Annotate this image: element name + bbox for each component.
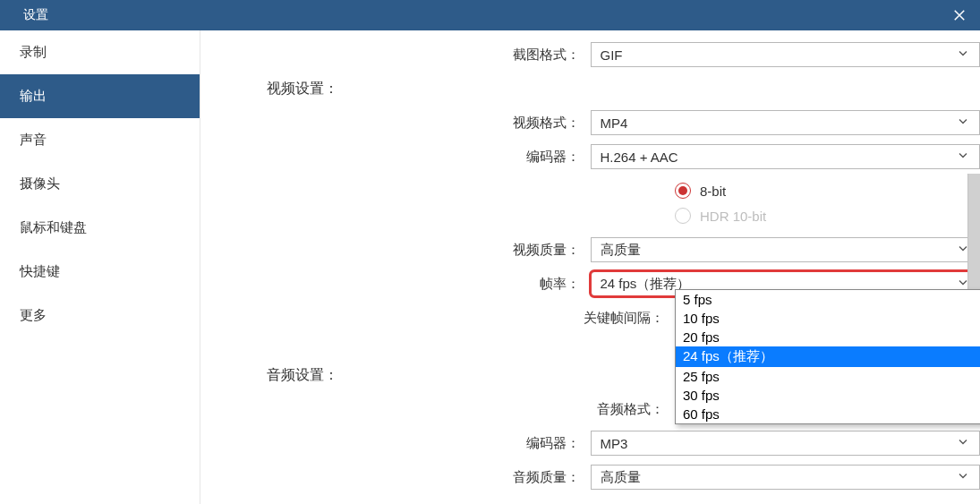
fps-option-30[interactable]: 30 fps — [676, 386, 980, 405]
sidebar-item-record[interactable]: 录制 — [0, 30, 200, 74]
radio-8bit[interactable]: 8-bit — [675, 183, 980, 199]
main-panel: 截图格式： GIF 视频设置： 视频格式： MP4 编码器： H.264 + A… — [200, 30, 980, 504]
video-section-label: 视频设置： — [200, 80, 675, 98]
video-format-select[interactable]: MP4 — [591, 110, 981, 135]
sidebar: 录制 输出 声音 摄像头 鼠标和键盘 快捷键 更多 — [0, 30, 200, 504]
audio-encoder-select[interactable]: MP3 — [591, 431, 981, 456]
fps-option-20[interactable]: 20 fps — [676, 328, 980, 346]
sidebar-item-output[interactable]: 输出 — [0, 74, 200, 118]
fps-dropdown[interactable]: 5 fps 10 fps 20 fps 24 fps（推荐） 25 fps 30… — [675, 289, 980, 424]
chevron-down-icon — [956, 435, 970, 452]
video-encoder-select[interactable]: H.264 + AAC — [591, 144, 981, 169]
fps-option-25[interactable]: 25 fps — [676, 367, 980, 386]
audio-encoder-label: 编码器： — [200, 435, 591, 452]
video-format-label: 视频格式： — [200, 115, 591, 132]
video-encoder-label: 编码器： — [200, 149, 591, 166]
chevron-down-icon — [956, 47, 970, 64]
audio-quality-label: 音频质量： — [200, 469, 591, 486]
video-quality-label: 视频质量： — [200, 242, 591, 259]
fps-option-24[interactable]: 24 fps（推荐） — [676, 346, 980, 367]
chevron-down-icon — [956, 149, 970, 166]
sidebar-item-sound[interactable]: 声音 — [0, 118, 200, 162]
radio-hdr-10bit: HDR 10-bit — [675, 208, 980, 224]
audio-quality-select[interactable]: 高质量 — [591, 465, 981, 490]
sidebar-item-camera[interactable]: 摄像头 — [0, 162, 200, 206]
chevron-down-icon — [956, 115, 970, 132]
screenshot-format-label: 截图格式： — [200, 47, 591, 64]
fps-option-10[interactable]: 10 fps — [676, 309, 980, 328]
fps-option-5[interactable]: 5 fps — [676, 290, 980, 309]
close-button[interactable] — [951, 7, 967, 23]
fps-label: 帧率： — [200, 276, 591, 293]
video-quality-select[interactable]: 高质量 — [591, 237, 981, 262]
audio-section-label: 音频设置： — [200, 366, 675, 385]
chevron-down-icon — [956, 469, 970, 486]
audio-format-label: 音频格式： — [200, 401, 675, 418]
screenshot-format-select[interactable]: GIF — [591, 42, 981, 67]
sidebar-item-hotkeys[interactable]: 快捷键 — [0, 250, 200, 294]
keyframe-label: 关键帧间隔： — [200, 310, 675, 327]
close-icon — [951, 7, 967, 23]
fps-option-60[interactable]: 60 fps — [676, 405, 980, 423]
sidebar-item-more[interactable]: 更多 — [0, 294, 200, 337]
sidebar-item-mouse-keyboard[interactable]: 鼠标和键盘 — [0, 206, 200, 250]
window-title: 设置 — [23, 7, 48, 23]
